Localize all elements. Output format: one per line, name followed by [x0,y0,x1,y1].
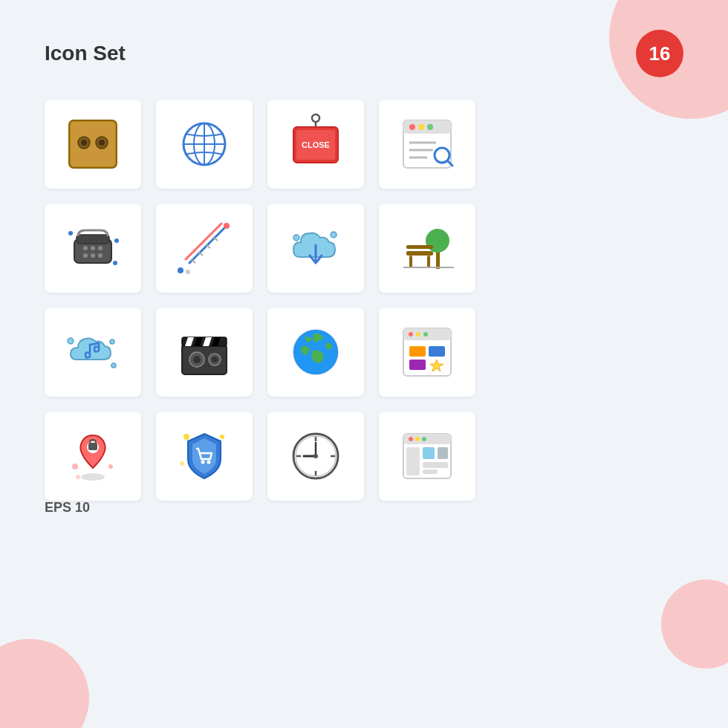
svg-rect-102 [406,447,420,475]
clock-icon [286,426,345,486]
svg-point-96 [313,454,318,458]
dna-icon [175,218,234,278]
dna-icon-cell [156,204,253,293]
svg-point-79 [81,473,105,481]
svg-rect-106 [423,469,438,474]
cloud-download-icon [286,218,345,278]
svg-rect-51 [427,256,430,267]
globe-icon-cell [156,100,253,189]
svg-rect-75 [409,360,426,370]
web-search-icon-cell [379,100,475,189]
svg-point-63 [193,356,201,363]
svg-point-29 [98,246,103,250]
svg-point-5 [99,140,105,146]
svg-point-53 [68,338,74,344]
svg-point-83 [201,461,205,464]
svg-point-99 [409,437,413,441]
svg-point-80 [72,464,78,469]
svg-rect-1 [71,122,115,166]
svg-point-35 [114,238,119,243]
svg-point-42 [224,223,230,229]
svg-point-84 [207,461,211,464]
svg-point-82 [76,475,80,479]
svg-rect-73 [409,346,426,357]
svg-rect-26 [77,235,109,244]
location-pin-icon [63,426,123,486]
location-pin-icon-cell [45,412,141,501]
svg-rect-49 [406,245,433,249]
svg-point-85 [183,434,189,440]
svg-point-18 [418,124,424,130]
svg-rect-78 [88,443,97,450]
svg-point-54 [111,363,116,368]
socket-icon [63,114,123,174]
clapperboard-icon-cell [156,308,253,397]
svg-point-4 [81,140,87,146]
svg-point-34 [113,261,117,265]
svg-point-10 [312,114,319,122]
svg-point-101 [422,437,426,441]
svg-point-87 [180,461,184,466]
svg-point-100 [415,437,420,441]
svg-point-33 [68,231,73,235]
svg-rect-48 [406,251,433,256]
earth-icon [286,322,345,382]
svg-rect-105 [423,462,448,468]
icon-grid: CLOSE [45,100,683,501]
svg-point-47 [426,229,449,253]
svg-point-40 [178,267,183,273]
svg-point-44 [293,235,299,241]
clock-icon-cell [267,412,364,501]
svg-rect-103 [423,447,435,459]
svg-point-55 [110,339,114,344]
svg-point-19 [427,124,433,130]
svg-point-28 [91,246,95,250]
cloud-music-icon [63,322,123,382]
close-sign-icon: CLOSE [286,111,345,178]
svg-point-41 [186,270,190,274]
web-search-icon [397,114,457,174]
park-bench-icon [397,218,457,278]
cloud-download-icon-cell [267,204,364,293]
earth-icon-cell [267,308,364,397]
cloud-music-icon-cell [45,308,141,397]
icon-count-badge: 16 [636,30,683,77]
svg-point-32 [98,253,103,258]
svg-point-72 [423,332,428,337]
svg-rect-74 [429,346,445,357]
svg-point-81 [108,464,113,469]
web-layout-icon-cell [379,412,475,501]
svg-rect-104 [438,447,448,459]
svg-rect-50 [409,256,412,267]
svg-point-86 [220,435,224,439]
telephone-icon [63,218,123,278]
close-sign-icon-cell: CLOSE [267,100,364,189]
park-bench-icon-cell [379,204,475,293]
web-favorite-icon-cell [379,308,475,397]
secure-shopping-icon [175,426,234,486]
svg-point-45 [331,232,337,238]
secure-shopping-icon-cell [156,412,253,501]
bg-decoration-bottom-right [661,579,728,669]
socket-icon-cell [45,100,141,189]
eps-label: EPS 10 [45,500,90,516]
svg-point-17 [409,124,415,130]
globe-icon [175,114,234,174]
svg-point-65 [212,357,218,363]
svg-point-30 [83,253,88,258]
svg-point-31 [91,253,95,258]
telephone-icon-cell [45,204,141,293]
svg-text:CLOSE: CLOSE [302,140,330,149]
web-favorite-icon [397,322,457,382]
svg-point-71 [416,332,420,337]
clapperboard-icon [175,322,234,382]
bg-decoration-bottom-left [0,639,89,728]
svg-point-27 [83,246,88,250]
page-title: Icon Set [45,42,126,65]
svg-point-70 [409,332,413,337]
web-layout-icon [397,426,457,486]
